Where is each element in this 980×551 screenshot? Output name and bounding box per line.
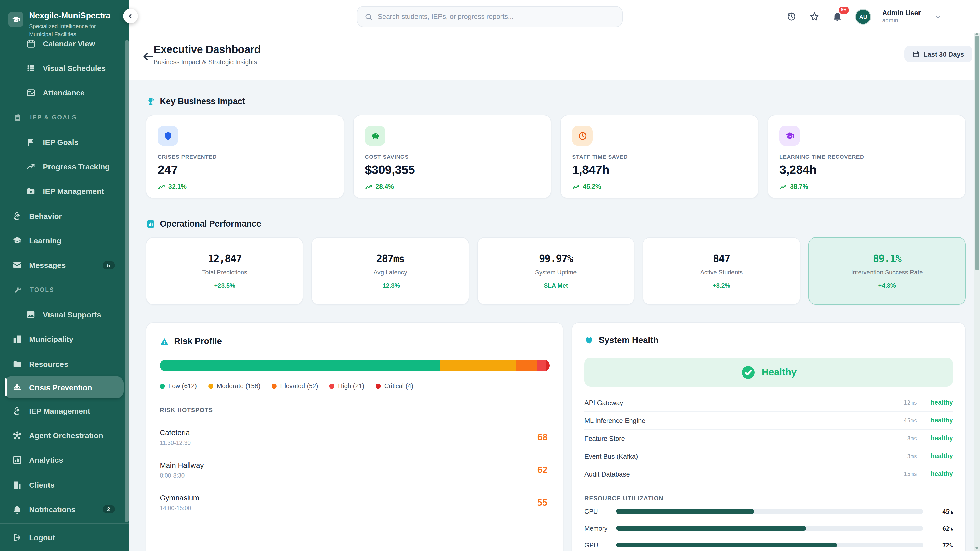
sidebar-item-clients[interactable]: Clients — [0, 472, 129, 497]
sidebar-item-iep-management-2[interactable]: IEP Management — [0, 399, 129, 423]
legend-dot — [329, 384, 334, 389]
hotspot-name: Gymnasium — [160, 494, 199, 502]
logout-button[interactable]: Logout — [0, 524, 129, 551]
brand-title: Nexgile-MuniSpectra — [29, 10, 110, 21]
shield-icon — [158, 125, 178, 146]
sidebar-item-progress-tracking[interactable]: Progress Tracking — [0, 154, 129, 179]
attendance-card-icon — [25, 87, 36, 98]
sidebar-item-resources[interactable]: Resources — [0, 351, 129, 376]
folder-star-icon — [25, 186, 36, 197]
head-gear-icon — [12, 406, 22, 416]
service-row-ml-inference: ML Inference Engine 45ms healthy — [584, 412, 953, 430]
sidebar-item-label: Learning — [29, 236, 62, 245]
sidebar-item-learning[interactable]: Learning — [0, 228, 129, 253]
clipboard-icon — [13, 113, 22, 122]
sidebar-item-calendar-view[interactable]: Calendar View — [0, 39, 129, 56]
sidebar-section-iep-goals: IEP & GOALS — [0, 105, 129, 130]
hotspot-row-gymnasium: Gymnasium 14:00-15:00 55 — [160, 494, 550, 511]
scroll-down-arrow[interactable] — [975, 546, 979, 551]
sidebar: Nexgile-MuniSpectra Specialized Intellig… — [0, 0, 129, 551]
service-latency: 12ms — [886, 399, 917, 406]
sidebar-item-analytics[interactable]: Analytics — [0, 448, 129, 473]
sidebar-item-label: IEP Management — [29, 407, 90, 415]
topbar: 9+ AU Admin User admin — [129, 0, 980, 33]
kpi-delta-value: 32.1% — [169, 183, 186, 190]
legend-label: High (21) — [338, 383, 364, 390]
sidebar-item-municipality[interactable]: Municipality — [0, 327, 129, 351]
graduation-cap-icon — [780, 125, 800, 146]
service-row-api-gateway: API Gateway 12ms healthy — [584, 394, 953, 412]
network-icon — [12, 430, 22, 441]
favorites-button[interactable] — [808, 11, 820, 23]
messages-badge: 5 — [103, 261, 115, 269]
legend-dot — [375, 384, 381, 389]
user-info[interactable]: Admin User admin — [882, 9, 921, 24]
hard-hat-icon — [12, 382, 22, 392]
scrollbar-thumb[interactable] — [975, 36, 979, 270]
sidebar-item-visual-schedules[interactable]: Visual Schedules — [0, 56, 129, 81]
date-range-button[interactable]: Last 30 Days — [904, 46, 972, 62]
graduation-cap-icon — [8, 12, 24, 27]
global-search[interactable] — [357, 6, 623, 27]
sidebar-scrollbar[interactable] — [125, 40, 129, 522]
resource-bars: CPU 45% Memory 62% GPU 72% — [584, 505, 953, 551]
chart-square-icon — [146, 219, 155, 229]
hotspot-time: 8:00-8:30 — [160, 472, 204, 478]
legend-label: Elevated (52) — [280, 383, 318, 390]
sidebar-item-iep-goals[interactable]: IEP Goals — [0, 130, 129, 154]
kpi-section-header: Key Business Impact — [146, 97, 966, 106]
service-row-event-bus: Event Bus (Kafka) 3ms healthy — [584, 448, 953, 465]
service-status: healthy — [917, 453, 953, 460]
sidebar-item-attendance[interactable]: Attendance — [0, 80, 129, 105]
resource-name: Memory — [584, 525, 616, 532]
service-latency: 45ms — [886, 417, 917, 424]
kpi-label: LEARNING TIME RECOVERED — [780, 154, 954, 160]
health-panel-title: System Health — [599, 335, 659, 345]
clock-icon — [572, 125, 593, 146]
ops-label: Avg Latency — [373, 269, 407, 276]
user-avatar[interactable]: AU — [856, 10, 870, 24]
kpi-section-title: Key Business Impact — [160, 97, 245, 106]
sidebar-collapse-button[interactable] — [123, 9, 138, 24]
service-status: healthy — [917, 417, 953, 424]
kpi-delta-value: 45.2% — [583, 183, 601, 190]
kpi-delta: 38.7% — [780, 183, 954, 190]
sidebar-item-visual-supports[interactable]: Visual Supports — [0, 302, 129, 327]
user-name: Admin User — [882, 9, 921, 17]
ops-value: 99.97% — [539, 252, 573, 265]
history-button[interactable] — [785, 11, 797, 23]
system-health-panel: System Health Healthy API Gateway 12ms h… — [572, 322, 966, 551]
sidebar-item-label: IEP Management — [43, 187, 104, 196]
sidebar-item-crisis-prevention[interactable]: Crisis Prevention — [5, 376, 124, 399]
service-name: Event Bus (Kafka) — [584, 452, 886, 460]
resource-bar-fill — [616, 543, 837, 548]
legend-item-elevated: Elevated (52) — [272, 383, 318, 390]
date-range-label: Last 30 Days — [924, 50, 964, 58]
sidebar-item-label: Messages — [29, 261, 65, 270]
sidebar-item-agent-orchestration[interactable]: Agent Orchestration — [0, 423, 129, 448]
hotspot-info: Main Hallway 8:00-8:30 — [160, 461, 204, 478]
legend-label: Moderate (158) — [217, 383, 260, 390]
risk-segment-high — [537, 360, 546, 372]
chevron-down-icon[interactable] — [935, 13, 942, 20]
scroll-up-arrow[interactable] — [975, 32, 979, 36]
star-icon — [809, 11, 819, 22]
kpi-delta: 45.2% — [572, 183, 747, 190]
ops-delta: +8.2% — [713, 282, 730, 289]
ops-card-avg-latency: 287ms Avg Latency -12.3% — [312, 237, 469, 305]
sidebar-item-behavior[interactable]: Behavior — [0, 203, 129, 228]
search-input[interactable] — [378, 13, 615, 21]
notification-count-badge: 9+ — [838, 6, 849, 14]
envelope-icon — [12, 260, 22, 270]
sidebar-item-iep-management[interactable]: IEP Management — [0, 179, 129, 204]
app: Nexgile-MuniSpectra Specialized Intellig… — [0, 0, 980, 551]
sidebar-item-notifications[interactable]: Notifications 2 — [0, 497, 129, 522]
page-scrollbar[interactable] — [974, 33, 980, 551]
risk-segment-elevated — [516, 360, 537, 372]
legend-item-high: High (21) — [329, 383, 364, 390]
sidebar-item-messages[interactable]: Messages 5 — [0, 253, 129, 278]
ops-card-system-uptime: 99.97% System Uptime SLA Met — [477, 237, 635, 305]
risk-segment-moderate — [441, 360, 516, 372]
notifications-button[interactable]: 9+ — [831, 11, 843, 23]
page-header: Executive Dashboard Business Impact & St… — [129, 33, 980, 80]
